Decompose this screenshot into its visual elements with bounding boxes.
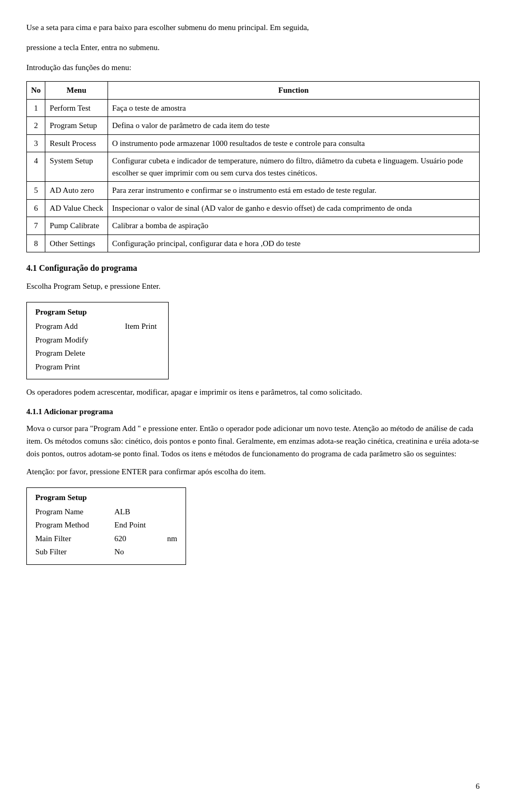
second-box-col1: Program Name (35, 505, 104, 519)
second-box-col2: End Point (114, 518, 157, 532)
table-cell-menu: Other Settings (45, 234, 108, 252)
second-box-col2: ALB (114, 505, 157, 519)
table-cell-no: 5 (27, 182, 45, 200)
program-item-extra: Item Print (125, 320, 157, 334)
table-cell-no: 6 (27, 199, 45, 217)
table-cell-function: Calibrar a bomba de aspiração (108, 217, 479, 235)
col-header-menu: Menu (45, 82, 108, 100)
table-cell-function: Configuração principal, configurar data … (108, 234, 479, 252)
col-header-function: Function (108, 82, 479, 100)
second-box-col1: Program Method (35, 518, 104, 532)
table-cell-menu: System Setup (45, 152, 108, 182)
second-program-setup-box: Program Setup Program NameALBProgram Met… (26, 487, 186, 565)
program-setup-item: Program Print (35, 360, 160, 374)
table-cell-menu: AD Auto zero (45, 182, 108, 200)
table-row: 3Result ProcessO instrumento pode armaze… (27, 134, 480, 152)
intro-line1: Use a seta para cima e para baixo para e… (26, 21, 480, 34)
intro-line2: pressione a tecla Enter, entra no submen… (26, 41, 480, 54)
program-setup-box: Program Setup Program AddItem PrintProgr… (26, 302, 169, 379)
program-setup-box-title: Program Setup (35, 308, 160, 317)
table-row: 6AD Value CheckInspecionar o valor de si… (27, 199, 480, 217)
table-cell-no: 8 (27, 234, 45, 252)
menu-table: No Menu Function 1Perform TestFaça o tes… (26, 81, 480, 252)
program-item-label: Program Delete (35, 347, 104, 360)
col-header-no: No (27, 82, 45, 100)
program-setup-item: Program AddItem Print (35, 320, 160, 334)
table-cell-function: Faça o teste de amostra (108, 99, 479, 117)
second-box-col3: nm (167, 532, 177, 546)
second-box-col2: No (114, 545, 157, 559)
second-box-row: Program MethodEnd Point (35, 518, 177, 532)
table-row: 8Other SettingsConfiguração principal, c… (27, 234, 480, 252)
section41-intro: Escolha Program Setup, e pressione Enter… (26, 280, 480, 292)
table-cell-no: 1 (27, 99, 45, 117)
section411-title: 4.1.1 Adicionar programa (26, 406, 480, 418)
intro-section: Introdução das funções do menu: (26, 61, 480, 74)
table-cell-menu: AD Value Check (45, 199, 108, 217)
page-number: 6 (476, 782, 480, 791)
second-box-row: Sub FilterNo (35, 545, 177, 559)
section41-title: 4.1 Configuração do programa (26, 262, 480, 275)
table-row: 1Perform TestFaça o teste de amostra (27, 99, 480, 117)
second-box-row: Program NameALB (35, 505, 177, 519)
second-box-row: Main Filter620nm (35, 532, 177, 546)
second-box-title: Program Setup (35, 493, 177, 502)
body-text1: Os operadores podem acrescentar, modific… (26, 386, 480, 398)
table-cell-menu: Result Process (45, 134, 108, 152)
table-cell-function: Para zerar instrumento e confirmar se o … (108, 182, 479, 200)
table-cell-menu: Perform Test (45, 99, 108, 117)
table-cell-no: 2 (27, 117, 45, 135)
section411-text2: Atenção: por favor, pressione ENTER para… (26, 465, 480, 478)
program-setup-item: Program Modify (35, 334, 160, 347)
table-row: 2Program SetupDefina o valor de parâmetr… (27, 117, 480, 135)
program-item-label: Program Add (35, 320, 104, 334)
table-row: 4System SetupConfigurar cubeta e indicad… (27, 152, 480, 182)
table-cell-no: 7 (27, 217, 45, 235)
table-cell-function: Configurar cubeta e indicador de tempera… (108, 152, 479, 182)
program-item-label: Program Print (35, 360, 104, 374)
second-box-col1: Sub Filter (35, 545, 104, 559)
table-row: 5AD Auto zeroPara zerar instrumento e co… (27, 182, 480, 200)
table-cell-no: 4 (27, 152, 45, 182)
program-item-label: Program Modify (35, 334, 104, 347)
section411-text1: Mova o cursor para "Program Add " e pres… (26, 422, 480, 460)
table-cell-function: Inspecionar o valor de sinal (AD valor d… (108, 199, 479, 217)
table-cell-function: O instrumento pode armazenar 1000 result… (108, 134, 479, 152)
second-box-col1: Main Filter (35, 532, 104, 546)
program-setup-item: Program Delete (35, 347, 160, 360)
table-cell-menu: Program Setup (45, 117, 108, 135)
table-cell-function: Defina o valor de parâmetro de cada item… (108, 117, 479, 135)
second-box-col2: 620 (114, 532, 157, 546)
table-cell-menu: Pump Calibrate (45, 217, 108, 235)
table-row: 7Pump CalibrateCalibrar a bomba de aspir… (27, 217, 480, 235)
table-cell-no: 3 (27, 134, 45, 152)
